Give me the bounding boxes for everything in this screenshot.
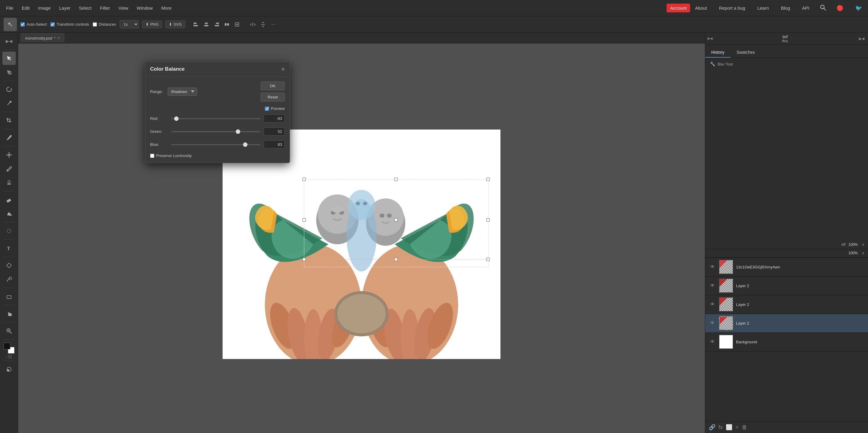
fill-dropdown-icon[interactable]: ▾ xyxy=(862,250,864,256)
menu-api[interactable]: API xyxy=(799,4,813,12)
layer-visibility-btn[interactable]: 👁 xyxy=(709,283,716,288)
expand-collapse-btn[interactable]: ▶◀ xyxy=(2,34,16,48)
layer-row[interactable]: 👁 Layer 2 xyxy=(705,314,868,333)
layer-row[interactable]: 👁 Layer 2 xyxy=(705,277,868,295)
right-panel-collapse-btn[interactable]: ▶◀ xyxy=(858,35,866,42)
blur-tool[interactable] xyxy=(2,224,16,238)
history-tab[interactable]: History xyxy=(705,48,731,58)
transform-select-tool[interactable] xyxy=(2,65,16,79)
magic-wand-tool[interactable] xyxy=(2,97,16,110)
add-layer-icon[interactable]: + xyxy=(736,424,739,431)
opacity-dropdown-icon[interactable]: ▾ xyxy=(862,242,864,248)
align-left-icon[interactable] xyxy=(191,20,201,29)
layer-row[interactable]: 👁 13c1OeE3GGjl5XmyAwn xyxy=(705,258,868,277)
eraser-tool[interactable] xyxy=(2,193,16,207)
hand-tool[interactable] xyxy=(2,307,16,320)
menu-account[interactable]: Account xyxy=(666,4,690,12)
more-options-icon[interactable]: ··· xyxy=(269,20,278,29)
download-svg-icon: ⬇ xyxy=(169,22,172,27)
menu-edit[interactable]: Edit xyxy=(18,4,33,12)
flip-v-icon[interactable] xyxy=(258,20,268,29)
dialog-close-btn[interactable]: × xyxy=(281,66,285,72)
eyedropper-tool[interactable] xyxy=(2,131,16,144)
menu-image[interactable]: Image xyxy=(34,4,54,12)
menu-more[interactable]: More xyxy=(158,4,175,12)
align-right-icon[interactable] xyxy=(212,20,221,29)
select-tool[interactable] xyxy=(2,52,16,65)
distances-checkbox[interactable] xyxy=(93,22,97,27)
menu-view[interactable]: View xyxy=(115,4,132,12)
layer-effects-icon[interactable]: fx xyxy=(718,424,723,431)
mixer-brush-tool[interactable] xyxy=(2,259,16,272)
crop-tool[interactable] xyxy=(2,114,16,127)
layer-visibility-btn[interactable]: 👁 xyxy=(709,320,716,326)
quick-mask-btn[interactable] xyxy=(2,363,16,376)
zoom-select[interactable]: 1x2x0.5x xyxy=(120,20,138,28)
distribute-icon[interactable] xyxy=(222,20,231,29)
warp-icon[interactable] xyxy=(232,20,242,29)
auto-select-check[interactable]: Auto-Select xyxy=(21,22,47,27)
layer-name-label: 13c1OeE3GGjl5XmyAwn xyxy=(736,265,864,269)
layer-visibility-btn[interactable]: 👁 xyxy=(709,264,716,270)
green-value-input[interactable] xyxy=(264,127,285,135)
blue-value-input[interactable] xyxy=(264,141,285,149)
search-icon[interactable] xyxy=(818,2,828,13)
layer-mask-icon[interactable]: ⬜ xyxy=(726,424,733,431)
red-value-input[interactable] xyxy=(264,115,285,123)
menu-about[interactable]: About xyxy=(691,4,710,12)
fill-tool[interactable] xyxy=(2,207,16,220)
document-tab[interactable]: monstrosity.psd * × xyxy=(21,33,64,42)
layer-row[interactable]: 👁 Background xyxy=(705,333,868,351)
preserve-checkbox[interactable] xyxy=(150,154,154,158)
menu-file[interactable]: File xyxy=(2,4,17,12)
preview-check[interactable]: Preview xyxy=(265,106,285,111)
menu-window[interactable]: Window xyxy=(133,4,156,12)
export-png-btn[interactable]: ⬇ PNG xyxy=(142,21,162,28)
lasso-tool[interactable] xyxy=(2,83,16,96)
ok-button[interactable]: OK xyxy=(261,82,285,90)
menu-blog[interactable]: Blog xyxy=(777,4,794,12)
green-slider-wrap[interactable] xyxy=(171,129,261,135)
distances-check[interactable]: Distances xyxy=(93,22,116,27)
layer-visibility-btn[interactable]: 👁 xyxy=(709,339,716,344)
svg-text:T: T xyxy=(7,246,10,251)
tab-close-btn[interactable]: × xyxy=(57,36,60,40)
menu-report-bug[interactable]: Report a bug xyxy=(715,4,749,12)
align-center-icon[interactable] xyxy=(202,20,211,29)
blue-slider-wrap[interactable] xyxy=(171,142,261,148)
layer-visibility-btn[interactable]: 👁 xyxy=(709,302,716,307)
color-swatches[interactable] xyxy=(4,343,14,353)
stamp-tool[interactable] xyxy=(2,176,16,189)
range-select[interactable]: Shadows Midtones Highlights xyxy=(167,88,197,96)
swatches-tab[interactable]: Swatches xyxy=(731,48,761,58)
svg-rect-67 xyxy=(395,218,398,221)
healing-tool[interactable] xyxy=(2,148,16,161)
menu-select[interactable]: Select xyxy=(75,4,95,12)
brush-tool[interactable] xyxy=(2,162,16,176)
smudge-tool[interactable] xyxy=(2,273,16,286)
delete-layer-icon[interactable]: 🗑 xyxy=(742,424,747,431)
menu-layer[interactable]: Layer xyxy=(56,4,74,12)
red-slider-wrap[interactable] xyxy=(171,116,261,122)
reset-button[interactable]: Reset xyxy=(261,93,285,101)
export-svg-btn[interactable]: ⬇ SVG xyxy=(165,21,185,28)
flip-h-icon[interactable] xyxy=(248,20,258,29)
preview-checkbox[interactable] xyxy=(265,106,269,111)
menu-twitter-icon[interactable]: 🐦 xyxy=(852,3,866,13)
canvas-content[interactable]: Color Balance × Range: Shadows Midtones … xyxy=(18,43,705,433)
menu-reddit-icon[interactable]: 🔴 xyxy=(833,3,847,13)
auto-select-checkbox[interactable] xyxy=(21,22,25,27)
menu-learn[interactable]: Learn xyxy=(753,4,772,12)
move-tool-icon[interactable]: ↖ xyxy=(4,18,17,31)
red-label: Red: xyxy=(150,116,168,121)
link-layers-icon[interactable]: 🔗 xyxy=(709,424,715,431)
layer-row[interactable]: 👁 Layer 2 xyxy=(705,295,868,314)
transform-controls-checkbox[interactable] xyxy=(51,22,55,27)
menu-filter[interactable]: Filter xyxy=(96,4,114,12)
text-tool[interactable]: T xyxy=(2,242,16,255)
preserve-luminosity-check[interactable]: Preserve Luminosity xyxy=(150,153,285,158)
zoom-tool[interactable] xyxy=(2,324,16,338)
shapes-tool[interactable] xyxy=(2,290,16,303)
fg-bg-swap[interactable]: ↕ ⬛ xyxy=(6,355,12,359)
transform-controls-check[interactable]: Transform controls xyxy=(51,22,89,27)
